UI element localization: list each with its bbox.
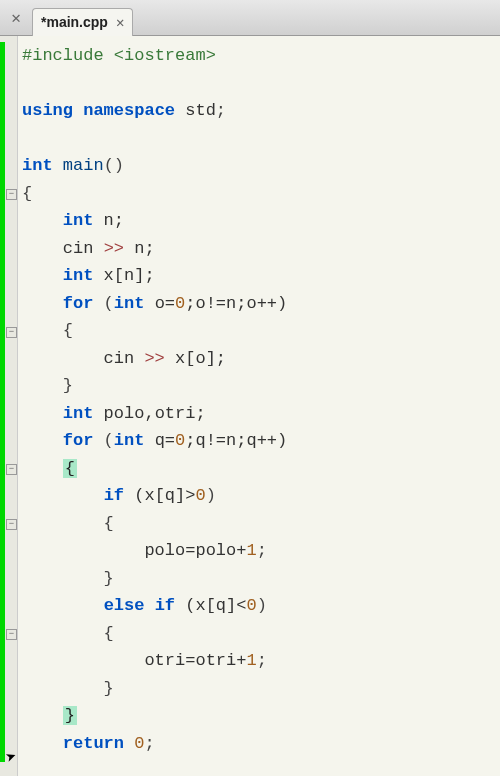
code-token: 0 xyxy=(175,294,185,313)
code-token: x[n]; xyxy=(93,266,154,285)
code-token: ; xyxy=(216,101,226,120)
code-token: n; xyxy=(124,239,155,258)
code-token: ) xyxy=(257,596,267,615)
code-token: () xyxy=(104,156,124,175)
code-token: for xyxy=(63,294,94,313)
tab-main-cpp[interactable]: *main.cpp ✕ xyxy=(32,8,133,36)
code-token: using xyxy=(22,101,73,120)
code-token: if xyxy=(104,486,124,505)
editor: − − − − − #include <iostream> using name… xyxy=(0,36,500,776)
code-token: >> xyxy=(144,349,164,368)
code-area[interactable]: #include <iostream> using namespace std;… xyxy=(18,36,500,776)
code-token: 0 xyxy=(134,734,144,753)
code-token: 0 xyxy=(195,486,205,505)
code-token: int xyxy=(63,266,94,285)
code-token: namespace xyxy=(73,101,175,120)
brace-highlight: { xyxy=(63,459,77,478)
code-token: } xyxy=(22,569,114,588)
code-token xyxy=(124,734,134,753)
code-token: std xyxy=(175,101,216,120)
code-token: otri=otri+ xyxy=(22,651,246,670)
code-token: int xyxy=(114,294,145,313)
code-token: ;q!=n;q++) xyxy=(185,431,287,450)
code-token: q= xyxy=(144,431,175,450)
code-token: 0 xyxy=(175,431,185,450)
code-token: } xyxy=(22,376,73,395)
code-token: int xyxy=(114,431,145,450)
code-token: return xyxy=(63,734,124,753)
code-token: { xyxy=(22,514,114,533)
fold-icon[interactable]: − xyxy=(6,327,17,338)
fold-icon[interactable]: − xyxy=(6,629,17,640)
tab-title: *main.cpp xyxy=(41,14,108,30)
code-token: ) xyxy=(206,486,216,505)
code-token: (x[q]> xyxy=(124,486,195,505)
code-token: ;o!=n;o++) xyxy=(185,294,287,313)
tab-close-icon[interactable]: ✕ xyxy=(116,14,124,31)
fold-icon[interactable]: − xyxy=(6,189,17,200)
gutter: − − − − − xyxy=(0,36,18,776)
fold-icon[interactable]: − xyxy=(6,519,17,530)
code-token: n; xyxy=(93,211,124,230)
code-token: { xyxy=(22,321,73,340)
fold-icon[interactable]: − xyxy=(6,464,17,475)
code-token: <iostream> xyxy=(104,46,216,65)
code-token: (x[q]< xyxy=(175,596,246,615)
tabs-bar: ✕ *main.cpp ✕ xyxy=(0,0,500,36)
code-token: { xyxy=(22,184,32,203)
code-token: main xyxy=(53,156,104,175)
code-token: 0 xyxy=(246,596,256,615)
code-token: cin xyxy=(22,349,144,368)
code-token: ( xyxy=(93,294,113,313)
code-token: int xyxy=(22,156,53,175)
brace-highlight: } xyxy=(63,706,77,725)
code-token: polo=polo+ xyxy=(22,541,246,560)
code-token: x[o]; xyxy=(165,349,226,368)
code-token: 1 xyxy=(246,651,256,670)
code-token: { xyxy=(22,624,114,643)
code-token: ; xyxy=(257,541,267,560)
code-token: polo,otri; xyxy=(93,404,205,423)
code-token: o= xyxy=(144,294,175,313)
code-token: else if xyxy=(104,596,175,615)
code-token: cin xyxy=(22,239,104,258)
code-token: for xyxy=(63,431,94,450)
code-token: } xyxy=(22,679,114,698)
code-token: ; xyxy=(144,734,154,753)
change-marker xyxy=(0,42,5,762)
code-token: #include xyxy=(22,46,104,65)
close-icon[interactable]: ✕ xyxy=(8,10,24,26)
code-token: int xyxy=(63,404,94,423)
code-token: int xyxy=(63,211,94,230)
code-token: 1 xyxy=(246,541,256,560)
code-token: >> xyxy=(104,239,124,258)
code-token: ; xyxy=(257,651,267,670)
code-token: ( xyxy=(93,431,113,450)
